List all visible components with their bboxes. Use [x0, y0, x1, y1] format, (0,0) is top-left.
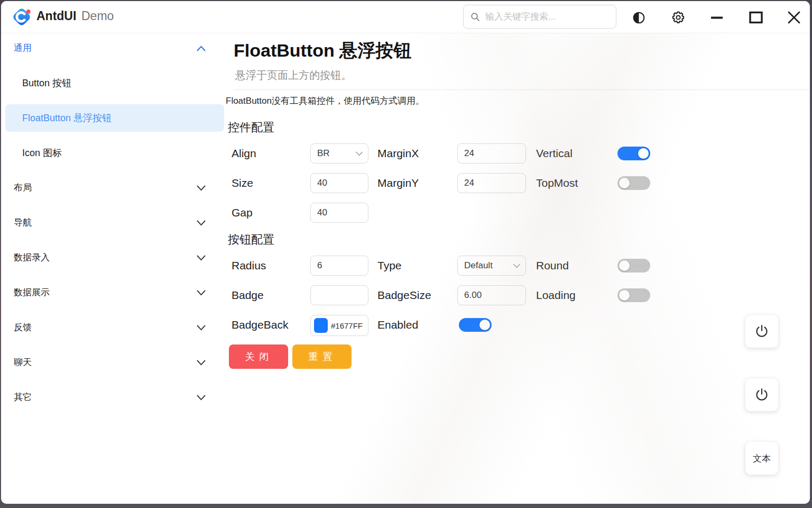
section-title-button-config: 按钮配置 — [228, 232, 274, 248]
sidebar-item-label: FloatButton 悬浮按钮 — [22, 111, 112, 125]
maximize-button[interactable] — [746, 8, 765, 27]
gap-input[interactable] — [310, 203, 368, 223]
align-label: Align — [232, 146, 256, 161]
sidebar-item-button[interactable]: Button 按钮 — [5, 69, 224, 97]
sidebar-group-general[interactable]: 通用 — [1, 40, 228, 56]
sidebar-item-label: Button 按钮 — [22, 76, 71, 90]
chevron-down-icon — [197, 325, 206, 331]
minimize-icon — [710, 11, 723, 24]
page-subtitle: 悬浮于页面上方的按钮。 — [235, 68, 352, 83]
sidebar-group-navigation[interactable]: 导航 — [1, 215, 228, 231]
gap-label: Gap — [232, 205, 253, 221]
toggle-knob — [619, 260, 630, 271]
divider — [234, 89, 810, 90]
chevron-down-icon — [197, 290, 206, 296]
float-button-power-1[interactable] — [745, 315, 778, 348]
size-input[interactable] — [310, 173, 368, 193]
float-button-text[interactable]: 文本 — [745, 442, 778, 475]
toggle-knob — [619, 290, 630, 301]
topmost-label: TopMost — [536, 175, 578, 191]
contrast-icon — [632, 11, 645, 24]
size-label: Size — [232, 175, 253, 191]
sidebar-item-icon[interactable]: Icon 图标 — [5, 139, 224, 167]
badgesize-label: BadgeSize — [377, 287, 431, 303]
align-select[interactable]: BR — [310, 143, 368, 164]
toggle-knob — [638, 148, 649, 159]
search-input[interactable] — [484, 11, 608, 23]
marginy-input[interactable] — [457, 173, 526, 193]
vertical-toggle[interactable] — [617, 147, 650, 160]
sidebar-group-label: 其它 — [14, 389, 32, 405]
sidebar-group-label: 数据录入 — [14, 250, 50, 266]
sidebar-group-label: 通用 — [14, 40, 32, 56]
type-select[interactable]: Default — [457, 256, 526, 276]
close-button[interactable]: 关闭 — [229, 344, 288, 369]
sidebar-group-data-entry[interactable]: 数据录入 — [1, 250, 228, 266]
badge-label: Badge — [232, 287, 264, 303]
round-toggle[interactable] — [617, 259, 650, 273]
app-title: AntdUI — [36, 9, 76, 23]
chevron-down-icon — [197, 185, 206, 191]
gear-icon — [671, 11, 685, 24]
sidebar-group-label: 数据展示 — [14, 285, 50, 301]
chevron-down-icon — [513, 264, 520, 268]
sidebar-group-feedback[interactable]: 反馈 — [1, 320, 228, 335]
sidebar-item-label: Icon 图标 — [22, 146, 62, 160]
float-button-power-2[interactable] — [745, 378, 778, 411]
sidebar-item-floatbutton[interactable]: FloatButton 悬浮按钮 — [5, 104, 224, 132]
sidebar-group-label: 布局 — [14, 180, 32, 196]
sidebar-group-other[interactable]: 其它 — [1, 389, 228, 405]
search-icon — [470, 12, 480, 22]
marginx-label: MarginX — [377, 146, 419, 161]
chevron-down-icon — [356, 151, 363, 156]
radius-label: Radius — [232, 258, 266, 274]
loading-toggle[interactable] — [617, 288, 650, 302]
close-window-button[interactable] — [785, 8, 804, 27]
power-icon — [754, 387, 770, 403]
settings-button[interactable] — [669, 8, 688, 27]
chevron-up-icon — [197, 46, 206, 51]
main-content: FloatButton 悬浮按钮 悬浮于页面上方的按钮。 FloatButton… — [228, 33, 810, 504]
reset-button[interactable]: 重置 — [292, 344, 352, 369]
sidebar-group-label: 聊天 — [14, 355, 32, 370]
badge-input[interactable] — [310, 285, 368, 305]
sidebar-group-label: 导航 — [14, 215, 32, 231]
badgeback-color-input[interactable]: #1677FF — [310, 315, 368, 336]
titlebar: AntdUI Demo — [1, 1, 810, 33]
sidebar: 通用 Button 按钮 FloatButton 悬浮按钮 Icon 图标 布局… — [1, 33, 228, 504]
sidebar-group-label: 反馈 — [14, 320, 32, 335]
app-logo-icon — [11, 6, 33, 28]
loading-label: Loading — [536, 287, 576, 303]
topmost-toggle[interactable] — [617, 176, 650, 190]
marginy-label: MarginY — [377, 175, 419, 191]
enabled-toggle[interactable] — [459, 318, 492, 332]
color-swatch — [314, 318, 328, 333]
app-window: AntdUI Demo — [1, 1, 810, 504]
badgeback-value: #1677FF — [331, 321, 363, 330]
power-icon — [754, 323, 770, 339]
page-note: FloatButton没有工具箱控件，使用代码方式调用。 — [226, 95, 425, 107]
marginx-input[interactable] — [457, 143, 526, 164]
chevron-down-icon — [197, 255, 206, 261]
search-box[interactable] — [463, 5, 616, 29]
chevron-down-icon — [197, 395, 206, 401]
align-select-value: BR — [317, 148, 330, 159]
type-select-value: Default — [464, 260, 493, 271]
page-title: FloatButton 悬浮按钮 — [234, 39, 411, 63]
toggle-knob — [619, 178, 630, 188]
float-button-text-label: 文本 — [753, 452, 771, 465]
sidebar-group-layout[interactable]: 布局 — [1, 180, 228, 196]
minimize-button[interactable] — [707, 8, 726, 27]
enabled-label: Enabled — [377, 317, 418, 333]
badgeback-label: BadgeBack — [232, 317, 288, 333]
close-icon — [787, 11, 801, 24]
type-label: Type — [377, 258, 402, 274]
radius-input[interactable] — [310, 256, 368, 276]
maximize-icon — [749, 11, 763, 24]
toggle-knob — [479, 320, 490, 330]
sidebar-group-data-display[interactable]: 数据展示 — [1, 285, 228, 301]
theme-toggle-button[interactable] — [629, 8, 648, 27]
sidebar-group-chat[interactable]: 聊天 — [1, 355, 228, 370]
badgesize-input[interactable] — [457, 285, 526, 305]
chevron-down-icon — [197, 360, 206, 366]
